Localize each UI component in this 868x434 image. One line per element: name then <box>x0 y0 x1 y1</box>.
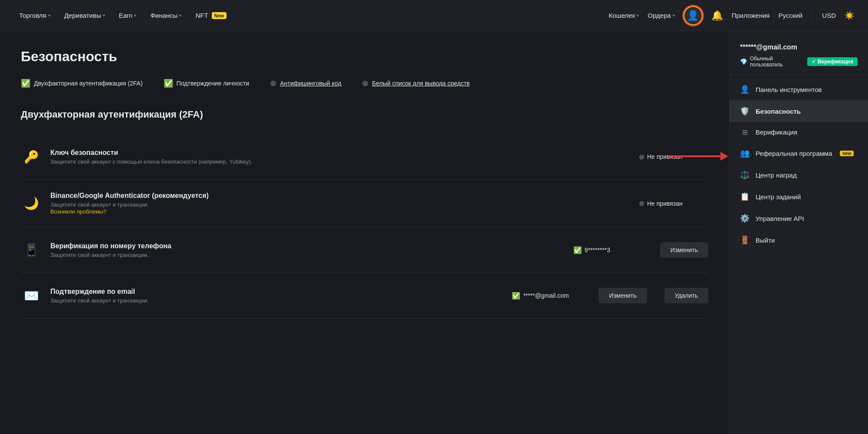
status-2fa-label: Двухфакторная аутентификация (2FA) <box>34 80 143 87</box>
security-icon: 🛡️ <box>740 106 750 116</box>
nav-nft[interactable]: NFT New <box>190 8 232 23</box>
email-icon: ✉️ <box>21 285 42 306</box>
nav-trading-label: Торговля <box>19 12 46 19</box>
nav-orders-chevron: ▾ <box>673 13 675 18</box>
nav-finance-chevron: ▾ <box>179 13 181 18</box>
nav-wallet[interactable]: Кошелек ▾ <box>609 12 639 19</box>
security-item-auth: 🌙 Binance/Google Authenticator (рекоменд… <box>21 180 708 227</box>
verification-icon: ⊞ <box>740 128 750 136</box>
sidebar-logout-label: Выйти <box>756 237 775 244</box>
security-key-content: Ключ безопасности Защитите свой аккаунт … <box>50 149 639 165</box>
nav-derivatives-chevron: ▾ <box>103 13 105 18</box>
check-whitelist-icon: ⊗ <box>362 79 368 88</box>
sidebar-user-type-label: Обычный пользователь <box>750 56 803 68</box>
rewards-icon: ⚖️ <box>740 170 750 180</box>
authenticator-problem-link[interactable]: Возникли проблемы? <box>50 208 106 215</box>
nav-lang[interactable]: Русский <box>778 12 802 19</box>
phone-status-label: 9********3 <box>585 247 610 253</box>
nft-badge: New <box>212 12 227 19</box>
security-key-status: ⊗ Не привязан <box>639 153 708 161</box>
authenticator-content: Binance/Google Authenticator (рекомендуе… <box>50 192 639 215</box>
sidebar-api-label: Управление API <box>756 215 804 222</box>
status-whitelist-label: Белый список для вывода средств <box>372 80 470 87</box>
nav-earn-chevron: ▾ <box>134 13 136 18</box>
sidebar-item-verification[interactable]: ⊞ Верификация <box>730 122 868 142</box>
security-key-status-label: Не привязан <box>647 153 683 160</box>
nav-trading-chevron: ▾ <box>48 13 50 18</box>
authenticator-status-label: Не привязан <box>647 200 683 207</box>
check-antifish-icon: ⊗ <box>270 79 276 88</box>
status-whitelist[interactable]: ⊗ Белый список для вывода средств <box>362 79 470 88</box>
phone-status-text: ✅ 9********3 <box>573 246 643 254</box>
sidebar-item-logout[interactable]: 🚪 Выйти <box>730 229 868 251</box>
main-layout: Безопасность ✅ Двухфакторная аутентифика… <box>0 31 868 434</box>
diamond-icon: 💎 <box>740 58 747 65</box>
status-identity-label: Подтверждение личности <box>177 80 250 87</box>
nav-orders-label: Ордера <box>648 12 671 19</box>
nav-apps[interactable]: Приложения <box>732 12 770 19</box>
referral-icon: 👥 <box>740 148 750 158</box>
nav-lang-label: Русский <box>778 12 802 19</box>
nav-finance[interactable]: Финансы ▾ <box>145 8 187 23</box>
authenticator-status: ⊗ Не привязан <box>639 199 708 207</box>
phone-status: ✅ 9********3 Изменить <box>573 242 708 258</box>
sidebar-dashboard-label: Панель инструментов <box>756 86 822 93</box>
dashboard-icon: 👤 <box>740 85 750 94</box>
phone-desc: Защитите свой аккаунт и транзакции. <box>50 252 573 258</box>
nav-wallet-chevron: ▾ <box>637 13 639 18</box>
status-2fa: ✅ Двухфакторная аутентификация (2FA) <box>21 79 143 88</box>
nav-orders[interactable]: Ордера ▾ <box>648 12 674 19</box>
nav-derivatives[interactable]: Деривативы ▾ <box>59 8 110 23</box>
user-icon: 👤 <box>687 10 699 21</box>
email-change-button[interactable]: Изменить <box>598 288 647 303</box>
nav-trading[interactable]: Торговля ▾ <box>14 8 56 23</box>
nav-separator: | <box>811 10 813 20</box>
sidebar-item-rewards[interactable]: ⚖️ Центр наград <box>730 164 868 186</box>
email-status-label: *****@gmail.com <box>523 292 569 299</box>
logout-icon: 🚪 <box>740 235 750 245</box>
nav-nft-label: NFT <box>195 12 208 19</box>
sidebar-verification-label-menu: Верификация <box>756 128 797 136</box>
status-bar: ✅ Двухфакторная аутентификация (2FA) ✅ П… <box>21 79 708 88</box>
phone-title: Верификация по номеру телефона <box>50 242 573 250</box>
nav-wallet-label: Кошелек <box>609 12 635 19</box>
security-key-desc: Защитите свой аккаунт с помощью ключа бе… <box>50 158 639 165</box>
phone-icon: 📱 <box>21 240 42 260</box>
phone-change-button[interactable]: Изменить <box>660 242 708 258</box>
email-status: ✅ *****@gmail.com Изменить Удалить <box>512 288 708 303</box>
notification-bell[interactable]: 🔔 <box>711 10 723 21</box>
phone-verified-icon: ✅ <box>573 246 582 254</box>
sidebar-item-referral[interactable]: 👥 Реферальная программа new <box>730 142 868 164</box>
page-title: Безопасность <box>21 49 708 65</box>
navbar: Торговля ▾ Деривативы ▾ Earn ▾ Финансы ▾… <box>0 0 868 31</box>
sidebar-item-security[interactable]: 🛡️ Безопасность <box>730 100 868 122</box>
sidebar-item-api[interactable]: ⚙️ Управление API <box>730 207 868 229</box>
status-identity: ✅ Подтверждение личности <box>164 79 250 88</box>
check-verified-icon: ✓ <box>812 59 816 65</box>
nav-currency[interactable]: USD <box>822 12 836 19</box>
nav-finance-label: Финансы <box>150 12 178 19</box>
email-desc: Защитите свой аккаунт и транзакции. <box>50 297 512 304</box>
sidebar-email: ******@gmail.com <box>740 43 858 51</box>
nav-earn-label: Earn <box>119 12 133 19</box>
sidebar-item-dashboard[interactable]: 👤 Панель инструментов <box>730 79 868 100</box>
referral-new-badge: new <box>840 151 853 156</box>
security-item-email: ✉️ Подтверждение по email Защитите свой … <box>21 273 708 319</box>
status-antifish[interactable]: ⊗ Антифишинговый код <box>270 79 341 88</box>
api-icon: ⚙️ <box>740 214 750 223</box>
sidebar-user-badge: 💎 Обычный пользователь <box>740 56 803 68</box>
sidebar-verification-label: Верификация <box>818 59 853 65</box>
sidebar-item-tasks[interactable]: 📋 Центр заданий <box>730 186 868 207</box>
theme-toggle[interactable]: ☀️ <box>845 11 854 20</box>
right-sidebar: ******@gmail.com 💎 Обычный пользователь … <box>729 31 868 434</box>
email-delete-button[interactable]: Удалить <box>664 288 708 303</box>
sidebar-security-label: Безопасность <box>756 108 801 115</box>
check-2fa-icon: ✅ <box>21 79 30 88</box>
nav-derivatives-label: Деривативы <box>64 12 101 19</box>
status-antifish-label: Антифишинговый код <box>280 80 341 87</box>
sidebar-tasks-label: Центр заданий <box>756 193 801 201</box>
user-avatar-button[interactable]: 👤 <box>684 6 703 25</box>
nav-earn[interactable]: Earn ▾ <box>114 8 142 23</box>
phone-content: Верификация по номеру телефона Защитите … <box>50 242 573 258</box>
sidebar-rewards-label: Центр наград <box>756 171 797 179</box>
